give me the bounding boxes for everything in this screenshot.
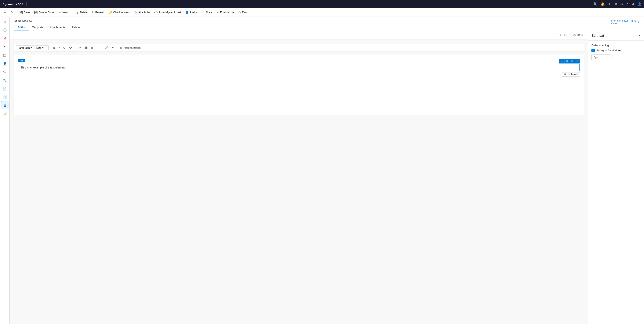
help-icon[interactable]: ?: [626, 2, 628, 6]
text-tool-duplicate[interactable]: ⧉: [570, 59, 575, 63]
assign-button[interactable]: 👤 Assign: [184, 10, 200, 15]
checkbox-row: Set equal for all sides: [592, 49, 641, 52]
page-title: Email Template: [14, 19, 84, 22]
share-button[interactable]: ↗ Share: [200, 10, 214, 15]
share-label: Share: [206, 11, 212, 14]
text-tool-resize[interactable]: ↔: [559, 59, 564, 63]
settings-icon[interactable]: ⚙: [620, 2, 623, 6]
sidebar-item-analytics[interactable]: 📊: [1, 93, 9, 101]
sidebar-item-tags[interactable]: 🏷: [1, 68, 9, 76]
notification-icon[interactable]: 🔔: [601, 2, 605, 6]
more-formatting-button[interactable]: ···: [95, 45, 100, 50]
sidebar-item-home[interactable]: ⊞: [1, 17, 9, 25]
goto-parent-button[interactable]: Go to Parent: [562, 72, 580, 77]
code-icon: </>: [154, 11, 158, 14]
tab-editor[interactable]: Editor: [14, 24, 29, 31]
redo-button[interactable]: ↻: [563, 32, 568, 38]
right-panel-body: Outer spacing Set equal for all sides ▲ …: [588, 40, 644, 63]
delete-button[interactable]: 🗑 Delete: [74, 10, 90, 15]
sidebar-item-explore[interactable]: ✦: [1, 43, 9, 51]
owner-name[interactable]: First name Last name: [611, 19, 636, 22]
search-icon[interactable]: 🔍: [594, 2, 598, 6]
sidebar-item-records[interactable]: ◫: [1, 51, 9, 59]
email-link-label: Email a Link: [220, 11, 234, 14]
equal-sides-label: Set equal for all sides: [596, 49, 621, 52]
underline-button[interactable]: U: [62, 45, 67, 50]
sidebar-item-documents[interactable]: 📄: [1, 85, 9, 93]
new-button[interactable]: ＋ New ▾: [56, 9, 72, 15]
sidebar-item-pinned[interactable]: 📌: [1, 34, 9, 42]
sidebar: ⊞ 🕐 📌 ✦ ◫ 👤 🏷 🔧 📄 📊 ⊟ 📝: [0, 17, 10, 324]
insert-dynamic-button[interactable]: </> Insert dynamic text: [152, 10, 183, 15]
check-access-label: Check Access: [113, 11, 130, 14]
owner-label: Owner: [611, 22, 636, 24]
unordered-list-icon: ≡: [91, 46, 93, 49]
sidebar-item-tools[interactable]: 🔧: [1, 76, 9, 84]
align-button[interactable]: ≡ ▾: [77, 45, 83, 50]
canvas-area: Text ↔ 🗑 ⧉ ⤢ This is an example of a tex…: [14, 55, 584, 115]
tab-related[interactable]: Related: [68, 24, 84, 31]
paragraph-label: Paragraph: [18, 46, 30, 49]
align-chevron-icon: ▾: [80, 47, 81, 49]
app-title: Dynamics 365: [2, 2, 23, 6]
sidebar-item-templates[interactable]: ⊟: [1, 101, 9, 109]
text-block-text: This is an example of a text element.: [20, 66, 66, 69]
ordered-list-button[interactable]: ☰: [84, 45, 89, 50]
text-block-toolbar: ↔ 🗑 ⧉ ⤢: [559, 59, 580, 63]
save-button[interactable]: 💾 Save: [18, 10, 32, 15]
size-chevron-icon: ▾: [42, 46, 44, 49]
personalization-icon: {}: [120, 46, 122, 49]
text-block-content[interactable]: This is an example of a text element.: [18, 64, 580, 71]
attach-file-button[interactable]: 📎 Attach file: [132, 10, 152, 15]
quote-icon: ❝: [112, 46, 114, 49]
equal-sides-checkbox[interactable]: [592, 49, 595, 52]
link-icon: 🔗: [105, 46, 108, 49]
flow-button[interactable]: ⟳ Flow ▾: [236, 10, 251, 15]
bold-button[interactable]: B: [52, 45, 57, 50]
html-label: HTML: [577, 34, 584, 37]
editor-vline: [569, 33, 569, 37]
refresh-button[interactable]: ↻ Refresh: [90, 10, 106, 15]
filter-icon[interactable]: ⚗: [614, 2, 617, 6]
tab-template[interactable]: Template: [29, 24, 46, 31]
size-select[interactable]: Size ▾: [34, 45, 48, 50]
page-tabs: Editor Template Attachments Related: [14, 24, 84, 31]
back-button[interactable]: ←: [2, 10, 8, 15]
email-link-button[interactable]: ✉ Email a Link: [214, 10, 236, 15]
popup-button[interactable]: ⧉: [9, 9, 15, 15]
tab-attachments[interactable]: Attachments: [46, 24, 68, 31]
undo-button[interactable]: ↺: [558, 32, 562, 38]
link-button[interactable]: 🔗: [104, 45, 110, 50]
flow-icon: ⟳: [238, 11, 241, 14]
text-tool-delete[interactable]: 🗑: [564, 59, 570, 63]
editor-area: ↺ ↻ </> HTML Paragrap: [10, 31, 644, 324]
sidebar-item-recent[interactable]: 🕐: [1, 26, 9, 34]
owner-chevron-icon[interactable]: ▾: [638, 20, 639, 23]
italic-button[interactable]: I: [58, 45, 61, 50]
html-toggle-button[interactable]: </> HTML: [571, 33, 586, 37]
unordered-list-button[interactable]: ≡: [90, 45, 94, 50]
share-icon: ↗: [202, 11, 204, 14]
user-face-icon[interactable]: ☺: [631, 2, 634, 6]
attach-icon: 📎: [134, 11, 137, 14]
personalization-button[interactable]: {} Personalization: [118, 45, 142, 50]
html-code-icon: </>: [572, 34, 576, 37]
check-access-button[interactable]: 🔑 Check Access: [107, 10, 132, 15]
text-tool-move[interactable]: ⤢: [575, 59, 580, 63]
spacing-input[interactable]: [592, 54, 612, 60]
align-icon: ≡: [78, 46, 80, 49]
more-button[interactable]: ...: [254, 10, 260, 14]
font-color-button[interactable]: A ▾: [68, 45, 74, 50]
save-close-label: Save & Close: [38, 11, 54, 14]
size-label: Size: [36, 46, 41, 49]
quote-button[interactable]: ❝: [111, 45, 115, 50]
sidebar-item-contacts[interactable]: 👤: [1, 59, 9, 67]
add-icon[interactable]: ＋: [608, 2, 611, 6]
sidebar-item-notes[interactable]: 📝: [1, 110, 9, 118]
user-icon[interactable]: 👤: [638, 2, 642, 6]
save-close-button[interactable]: 💾 Save & Close: [32, 10, 56, 15]
check-access-icon: 🔑: [109, 11, 112, 14]
flow-label: Flow: [242, 11, 247, 14]
right-panel-close-button[interactable]: ✕: [638, 34, 641, 37]
paragraph-select[interactable]: Paragraph ▾: [16, 45, 34, 50]
